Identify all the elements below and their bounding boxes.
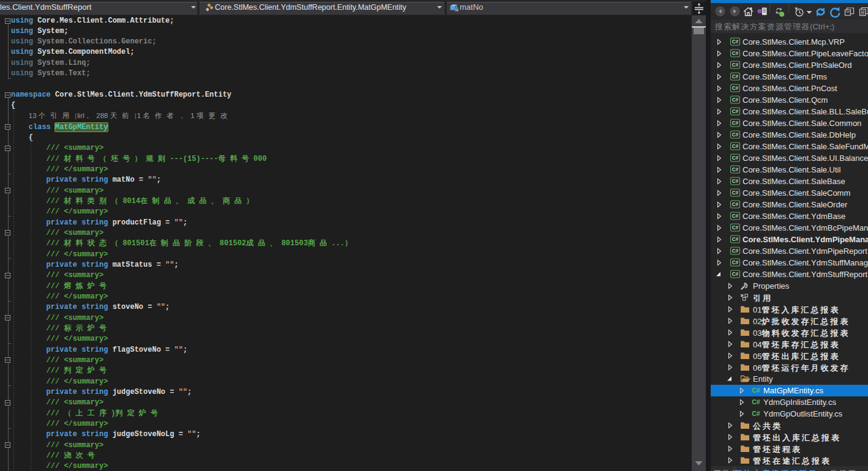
svg-text:C#: C# [732, 39, 739, 45]
svg-text:C#: C# [752, 410, 760, 417]
svg-text:C#: C# [732, 179, 739, 184]
svg-text:C#: C# [732, 190, 739, 196]
svg-text:C#: C# [732, 237, 739, 242]
svg-text:C#: C# [732, 225, 739, 231]
svg-text:C#: C# [732, 51, 739, 56]
svg-text:C#: C# [732, 155, 739, 161]
svg-text:C#: C# [732, 167, 739, 172]
svg-text:C#: C# [732, 272, 739, 277]
svg-text:C#: C# [732, 109, 739, 114]
svg-text:C#: C# [732, 121, 739, 126]
svg-text:C#: C# [732, 248, 739, 254]
svg-text:C#: C# [732, 213, 739, 219]
svg-text:C#: C# [732, 132, 739, 138]
svg-text:C#: C# [752, 387, 760, 394]
svg-text:C#: C# [732, 97, 739, 103]
svg-text:C#: C# [752, 398, 760, 406]
svg-text:C#: C# [732, 62, 739, 68]
svg-text:C#: C# [732, 202, 739, 207]
svg-text:C#: C# [732, 74, 739, 80]
svg-text:C#: C# [732, 86, 739, 91]
svg-text:C#: C# [732, 144, 739, 149]
svg-text:C#: C# [732, 260, 739, 265]
